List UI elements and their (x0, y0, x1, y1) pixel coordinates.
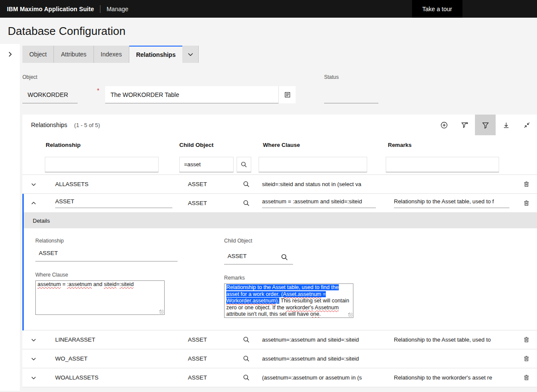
filter-button[interactable] (475, 115, 496, 135)
details-band: Details (22, 213, 537, 228)
object-description-input[interactable] (105, 91, 278, 98)
cell-remarks[interactable]: Relationship to the Asset table, used to… (382, 198, 515, 208)
chevron-up-icon (31, 200, 37, 206)
cell-relationship[interactable]: ASSET (45, 198, 178, 208)
tab-bar: Object Attributes Indexes Relationships (22, 46, 537, 63)
tab-label: Indexes (101, 51, 122, 58)
tab-label: Relationships (136, 51, 176, 58)
download-button[interactable] (496, 115, 516, 135)
table-row[interactable]: ALLASSETS ASSET siteid=:siteid and statu… (22, 175, 537, 194)
search-icon (281, 253, 288, 261)
cell-remarks: Relationship to the Asset table, used to (382, 336, 515, 343)
cell-where-clause: assetnum=:assetnum and siteid=:siteid (257, 355, 382, 362)
tab-object[interactable]: Object (22, 46, 54, 63)
object-description-field (105, 86, 296, 103)
filter-remarks-input[interactable] (386, 157, 499, 172)
status-value-field[interactable] (324, 86, 378, 103)
detail-child-object-lookup-button[interactable] (276, 250, 293, 264)
search-icon (243, 374, 250, 381)
search-icon (243, 355, 250, 362)
inline-edit-remarks[interactable]: Relationship to the Asset table, used to… (394, 198, 509, 208)
detail-where-clause-textarea[interactable]: assetnum = :assetnum and siteid=:siteid (35, 280, 165, 315)
detail-relationship-label: Relationship (35, 238, 182, 244)
filter-clear-icon (461, 121, 468, 129)
search-icon (240, 161, 247, 168)
row-expand-button[interactable] (28, 178, 40, 190)
table-row[interactable]: WOALLASSETS ASSET (assetnum=:assetnum or… (22, 368, 537, 387)
table-title: Relationships (31, 121, 67, 128)
child-object-lookup-button[interactable] (240, 178, 253, 191)
trash-icon (523, 200, 530, 206)
cell-where-clause[interactable]: assetnum = :assetnum and siteid=:siteid (257, 198, 382, 208)
row-collapse-button[interactable] (28, 197, 40, 209)
row-details-panel: Relationship ASSET Where Clause assetnum… (22, 228, 537, 330)
title-row: Database Configuration (0, 18, 537, 44)
trash-icon (523, 336, 530, 343)
minimize-icon (523, 121, 531, 129)
table-row[interactable]: ASSET ASSET assetnum = :assetnum and sit… (22, 194, 537, 213)
detail-relationship-field[interactable]: ASSET (35, 250, 178, 261)
inline-edit-where-clause[interactable]: assetnum = :assetnum and siteid=:siteid (262, 198, 376, 208)
tab-label: Object (29, 51, 47, 58)
row-expand-button[interactable] (28, 353, 40, 365)
delete-row-button[interactable] (520, 352, 533, 365)
column-header-remarks: Remarks (382, 142, 515, 148)
cell-relationship: ALLASSETS (45, 181, 178, 187)
delete-row-button[interactable] (520, 197, 533, 210)
child-object-lookup-button[interactable] (240, 352, 253, 365)
chevron-down-icon (31, 337, 37, 343)
trash-icon (523, 355, 530, 362)
chevron-down-icon (187, 51, 194, 58)
cell-child-object: ASSET (178, 374, 235, 381)
cell-where-clause: (assetnum=:assetnum or assetnum in (s (257, 374, 382, 381)
chevron-right-icon (6, 51, 13, 58)
filter-relationship-input[interactable] (45, 157, 159, 172)
add-row-button[interactable] (434, 115, 454, 135)
tab-label: Attributes (61, 51, 86, 58)
delete-row-button[interactable] (520, 371, 533, 384)
filter-child-object-input[interactable] (179, 157, 234, 172)
table-row[interactable]: LINEARASSET ASSET assetnum=:assetnum and… (22, 330, 537, 349)
table-row[interactable]: WO_ASSET ASSET assetnum=:assetnum and si… (22, 349, 537, 368)
cell-where-clause: assetnum=:assetnum and siteid=:siteid (257, 336, 382, 343)
row-expand-button[interactable] (28, 372, 40, 384)
child-object-lookup-button[interactable] (240, 371, 253, 384)
chevron-down-icon (31, 356, 37, 362)
delete-row-button[interactable] (520, 178, 533, 191)
detail-remarks-textarea[interactable]: Relationship to the Asset table, used to… (224, 283, 353, 318)
detail-child-object-field[interactable]: ASSET (224, 253, 276, 264)
column-header-child-object: Child Object (178, 142, 235, 148)
object-value-field[interactable]: WORKORDER (22, 91, 78, 103)
tab-relationships[interactable]: Relationships (129, 46, 183, 63)
details-title: Details (33, 218, 50, 224)
child-object-lookup-button[interactable] (240, 333, 253, 346)
tab-overflow-menu[interactable] (182, 46, 199, 63)
take-a-tour-button[interactable]: Take a tour (412, 0, 462, 18)
cell-child-object: ASSET (178, 200, 235, 206)
page-title: Database Configuration (8, 25, 537, 38)
cell-child-object: ASSET (178, 181, 235, 187)
search-icon (243, 180, 250, 188)
filter-child-object-lookup-button[interactable] (237, 157, 251, 172)
expanded-row-group: ASSET ASSET assetnum = :assetnum and sit… (22, 194, 537, 330)
filter-where-clause-input[interactable] (259, 157, 367, 172)
clear-filter-button[interactable] (454, 115, 475, 135)
minimize-button[interactable] (516, 115, 537, 135)
delete-row-button[interactable] (520, 333, 533, 346)
app-name[interactable]: Manage (106, 6, 128, 12)
long-description-button[interactable] (278, 86, 296, 103)
chevron-down-icon (31, 375, 37, 381)
database-configuration-page: IBM Maximo Application Suite Manage Take… (0, 0, 537, 392)
child-object-lookup-button[interactable] (240, 197, 253, 210)
tab-attributes[interactable]: Attributes (54, 46, 94, 63)
row-expand-button[interactable] (28, 334, 40, 346)
filter-icon (482, 121, 489, 129)
table-filter-row (22, 154, 537, 175)
add-icon (440, 121, 448, 129)
detail-where-clause-label: Where Clause (35, 272, 182, 278)
inline-edit-relationship[interactable]: ASSET (55, 198, 172, 208)
expand-side-panel-button[interactable] (3, 47, 17, 61)
relationships-table: Relationships (1 - 5 of 5) (22, 115, 537, 387)
header-divider (100, 5, 100, 13)
tab-indexes[interactable]: Indexes (94, 46, 129, 63)
